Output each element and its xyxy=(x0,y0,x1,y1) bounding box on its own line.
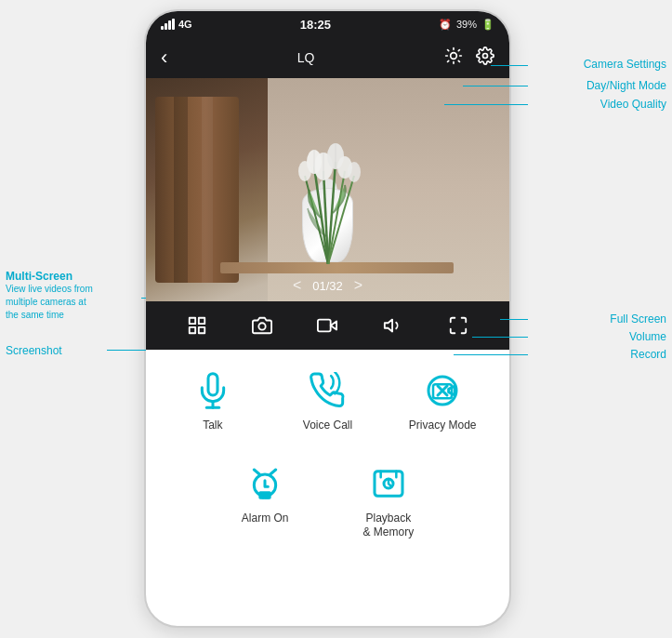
annotation-record: Record xyxy=(630,348,666,361)
quality-label: LQ xyxy=(297,50,315,65)
camera-view: < 01/32 > xyxy=(146,78,509,301)
screenshot-button[interactable] xyxy=(245,309,279,342)
multiscreen-title: Multi-Screen xyxy=(6,270,93,283)
camera-navigation: < 01/32 > xyxy=(146,277,509,294)
svg-line-8 xyxy=(458,49,459,50)
svg-point-29 xyxy=(259,323,266,329)
talk-label: Talk xyxy=(203,419,222,433)
annotation-line-quality xyxy=(444,104,528,105)
annotation-quality: Video Quality xyxy=(600,98,666,111)
svg-point-9 xyxy=(482,53,487,58)
voice-call-button[interactable]: Voice Call xyxy=(270,368,386,433)
alarm-on-icon: ON xyxy=(243,461,287,506)
svg-line-7 xyxy=(448,60,449,61)
svg-line-39 xyxy=(254,470,259,474)
annotation-line-daynight xyxy=(463,86,528,86)
voice-call-label: Voice Call xyxy=(303,419,352,433)
signal-bar-1 xyxy=(161,26,164,30)
signal-bar-4 xyxy=(172,19,175,30)
privacy-mode-button[interactable]: Privacy Mode xyxy=(385,368,500,433)
svg-rect-31 xyxy=(318,320,331,332)
camera-scene xyxy=(146,78,509,301)
svg-point-21 xyxy=(348,162,361,182)
annotation-camera-settings: Camera Settings xyxy=(584,58,666,71)
battery-pct: 39% xyxy=(456,19,477,30)
svg-marker-30 xyxy=(331,321,336,329)
svg-text:ON: ON xyxy=(261,493,269,498)
voice-call-icon xyxy=(305,368,349,413)
back-button[interactable]: ‹ xyxy=(161,46,167,70)
svg-point-20 xyxy=(298,161,311,181)
annotation-line-record xyxy=(454,354,528,355)
clock-icon: ⏰ xyxy=(439,19,452,31)
annotation-line-multiscreen xyxy=(141,298,146,299)
status-bar: 4G 18:25 ⏰ 39% 🔋 xyxy=(146,11,509,37)
playback-memory-label: Playback& Memory xyxy=(363,512,415,540)
signal-bar-3 xyxy=(168,20,171,30)
record-button[interactable] xyxy=(310,309,344,342)
headboard xyxy=(155,97,239,283)
top-nav: ‹ LQ xyxy=(146,37,509,78)
phone-frame: 4G 18:25 ⏰ 39% 🔋 ‹ LQ xyxy=(144,9,511,628)
next-arrow[interactable]: > xyxy=(354,277,362,294)
annotation-line-settings xyxy=(491,65,528,66)
svg-line-4 xyxy=(458,60,459,61)
nav-icons xyxy=(444,47,494,70)
svg-rect-28 xyxy=(199,327,204,333)
svg-point-0 xyxy=(451,52,457,59)
privacy-mode-label: Privacy Mode xyxy=(409,419,477,433)
svg-rect-27 xyxy=(190,327,195,333)
talk-icon xyxy=(191,368,235,413)
annotation-multiscreen: Multi-Screen View live videos frommultip… xyxy=(6,270,93,322)
alarm-on-label: Alarm On xyxy=(242,512,289,526)
brightness-icon[interactable] xyxy=(444,47,463,70)
fullscreen-button[interactable] xyxy=(441,309,475,342)
actions-grid: Talk Voice Call xyxy=(146,350,509,461)
alarm-on-button[interactable]: ON Alarm On xyxy=(242,461,289,540)
svg-rect-25 xyxy=(190,318,195,324)
signal-label: 4G xyxy=(178,19,192,30)
multiscreen-desc: View live videos frommultiple cameras at… xyxy=(6,283,93,322)
battery-icon: 🔋 xyxy=(481,19,494,31)
volume-button[interactable] xyxy=(376,309,410,342)
status-right: ⏰ 39% 🔋 xyxy=(439,19,494,31)
annotation-screenshot: Screenshot xyxy=(6,344,62,357)
playback-memory-button[interactable]: Playback& Memory xyxy=(363,461,415,540)
annotation-line-volume xyxy=(472,337,528,338)
prev-arrow[interactable]: < xyxy=(293,277,301,294)
annotation-daynight: Day/Night Mode xyxy=(586,79,666,92)
svg-line-3 xyxy=(448,49,449,50)
annotation-line-fullscreen xyxy=(500,319,528,320)
camera-count: 01/32 xyxy=(312,279,343,293)
talk-button[interactable]: Talk xyxy=(155,368,270,433)
tulips-svg xyxy=(272,115,384,264)
signal-bars xyxy=(161,19,175,30)
annotation-volume: Volume xyxy=(629,330,666,343)
annotation-line-screenshot xyxy=(107,350,146,351)
svg-rect-26 xyxy=(199,318,204,324)
controls-bar xyxy=(146,301,509,350)
multiscreen-button[interactable] xyxy=(180,309,214,342)
privacy-mode-icon xyxy=(420,368,465,413)
playback-memory-icon xyxy=(366,461,411,506)
status-time: 18:25 xyxy=(300,18,331,32)
actions-row2: ON Alarm On Playback& Memory xyxy=(146,461,509,559)
annotation-fullscreen: Full Screen xyxy=(610,312,666,326)
signal-bar-2 xyxy=(165,23,167,30)
status-left: 4G xyxy=(161,19,192,30)
outer-wrapper: 4G 18:25 ⏰ 39% 🔋 ‹ LQ xyxy=(0,0,672,638)
svg-line-40 xyxy=(270,470,276,474)
svg-marker-32 xyxy=(384,320,391,332)
